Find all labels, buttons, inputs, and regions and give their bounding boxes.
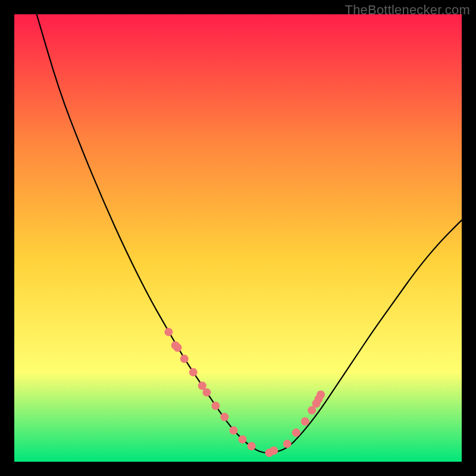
highlight-dot <box>174 343 182 352</box>
highlight-dot <box>301 417 309 425</box>
highlight-dot <box>292 428 300 437</box>
highlight-dot <box>202 388 211 396</box>
highlight-dot <box>239 435 247 443</box>
highlight-dot <box>211 402 220 410</box>
plot-area <box>14 14 462 462</box>
highlight-dot <box>283 440 292 448</box>
highlight-dot <box>189 368 198 377</box>
gradient-background <box>14 14 462 462</box>
highlight-dot <box>317 390 325 399</box>
chart-svg <box>14 14 462 462</box>
highlight-dot <box>270 446 278 455</box>
chart-frame: TheBottlenecker.com <box>0 0 476 476</box>
highlight-dot <box>230 426 238 434</box>
highlight-dot <box>220 413 228 421</box>
highlight-dot <box>248 442 256 450</box>
watermark-text: TheBottlenecker.com <box>345 2 470 18</box>
highlight-dot <box>180 355 189 363</box>
highlight-dot <box>164 328 173 336</box>
